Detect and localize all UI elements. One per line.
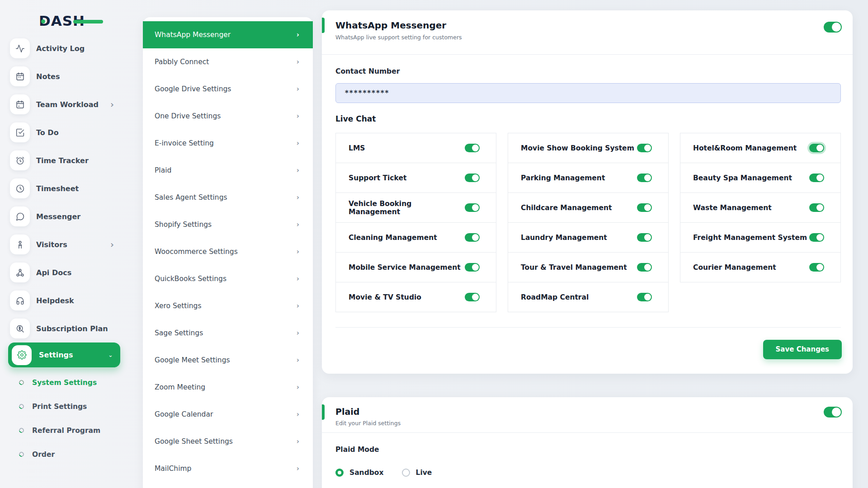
- sidebar-item-notes[interactable]: Notes: [0, 62, 131, 90]
- plaid-card-body: Plaid Mode Sandbox Live: [322, 433, 853, 477]
- save-changes-button[interactable]: Save Changes: [763, 340, 842, 359]
- settings-icon: [12, 345, 32, 365]
- menu-item-google-sheet-settings[interactable]: Google Sheet Settings ›: [143, 428, 313, 455]
- sidebar-item-team-workload[interactable]: Team Workload ›: [0, 90, 131, 118]
- sidebar-item-label: Subscription Plan: [36, 324, 108, 333]
- sidebar-item-to-do[interactable]: To Do: [0, 118, 131, 146]
- sidebar-subitem-system-settings[interactable]: System Settings: [0, 371, 131, 394]
- sidebar-subitem-referral-program[interactable]: Referral Program: [0, 418, 131, 442]
- module-cell-hotel-room: Hotel&Room Management: [680, 133, 841, 163]
- menu-item-google-calendar[interactable]: Google Calendar ›: [143, 401, 313, 428]
- menu-item-google-meet-settings[interactable]: Google Meet Settings ›: [143, 347, 313, 374]
- module-label: RoadMap Central: [521, 293, 589, 301]
- contact-number-input[interactable]: [335, 83, 841, 103]
- sidebar-subitem-print-settings[interactable]: Print Settings: [0, 394, 131, 418]
- menu-item-sage-settings[interactable]: Sage Settings ›: [143, 319, 313, 347]
- menu-item-quickbooks-settings[interactable]: QuickBooks Settings ›: [143, 265, 313, 292]
- plaid-enabled-toggle[interactable]: [824, 407, 842, 418]
- mobile-service-toggle[interactable]: [465, 263, 480, 272]
- sidebar-item-settings[interactable]: Settings ⌄: [8, 343, 120, 367]
- menu-item-mailchimp[interactable]: MailChimp ›: [143, 455, 313, 482]
- sidebar-item-visitors[interactable]: Visitors ›: [0, 230, 131, 258]
- module-label: Freight Management System: [693, 234, 807, 242]
- beauty-spa-toggle[interactable]: [809, 174, 824, 182]
- module-cell-movie-show-booking: Movie Show Booking System: [508, 133, 669, 163]
- live-radio[interactable]: [402, 469, 410, 477]
- chevron-right-icon: ›: [297, 221, 299, 229]
- childcare-toggle[interactable]: [637, 203, 652, 212]
- sidebar-item-activity-log[interactable]: Activity Log: [0, 34, 131, 62]
- movie-tv-studio-toggle[interactable]: [465, 293, 480, 301]
- menu-item-label: One Drive Settings: [155, 112, 221, 120]
- menu-item-google-drive-settings[interactable]: Google Drive Settings ›: [143, 75, 313, 103]
- subitem-label: Order: [32, 450, 55, 459]
- parking-toggle[interactable]: [637, 174, 652, 182]
- whatsapp-enabled-toggle[interactable]: [824, 22, 842, 33]
- menu-item-zoom-meeting[interactable]: Zoom Meeting ›: [143, 374, 313, 401]
- movie-show-booking-toggle[interactable]: [637, 144, 652, 152]
- whatsapp-card-body: Contact Number Live Chat LMS Support Tic…: [322, 55, 853, 328]
- subitem-label: Print Settings: [32, 403, 87, 411]
- module-label: LMS: [349, 144, 365, 152]
- module-label: Hotel&Room Management: [693, 144, 797, 152]
- todo-icon: [10, 122, 30, 142]
- module-cell-waste: Waste Management: [680, 192, 841, 223]
- chevron-right-icon: ›: [297, 465, 299, 473]
- module-cell-parking: Parking Management: [508, 163, 669, 193]
- settings-subnav: System Settings Print Settings Referral …: [0, 371, 131, 466]
- chevron-right-icon: ›: [110, 100, 114, 109]
- subitem-label: Referral Program: [32, 427, 100, 435]
- vehicle-booking-toggle[interactable]: [465, 203, 480, 212]
- whatsapp-messenger-card: WhatsApp Messenger WhatsApp live support…: [322, 10, 853, 374]
- menu-item-label: WhatsApp Messenger: [155, 31, 231, 39]
- module-label: Vehicle Booking Management: [349, 200, 465, 216]
- menu-item-whatsapp-messenger[interactable]: WhatsApp Messenger ›: [143, 21, 313, 48]
- menu-item-label: Zoom Meeting: [155, 383, 205, 391]
- waste-toggle[interactable]: [809, 203, 824, 212]
- menu-item-label: Sales Agent Settings: [155, 193, 227, 202]
- sidebar-item-messenger[interactable]: Messenger: [0, 202, 131, 230]
- menu-item-label: E-invoice Setting: [155, 139, 214, 147]
- menu-item-e-invoice-setting[interactable]: E-invoice Setting ›: [143, 130, 313, 157]
- logo-dash-icon: [73, 20, 103, 23]
- menu-item-pabbly-connect[interactable]: Pabbly Connect ›: [143, 48, 313, 75]
- sidebar-item-helpdesk[interactable]: Helpdesk: [0, 286, 131, 314]
- courier-toggle[interactable]: [809, 263, 824, 272]
- lms-toggle[interactable]: [465, 144, 480, 152]
- main-content: WhatsApp Messenger WhatsApp live support…: [322, 10, 853, 488]
- subitem-label: System Settings: [32, 379, 97, 387]
- tour-travel-toggle[interactable]: [637, 263, 652, 272]
- menu-item-label: Plaid: [155, 166, 171, 174]
- support-ticket-toggle[interactable]: [465, 174, 480, 182]
- menu-item-one-drive-settings[interactable]: One Drive Settings ›: [143, 103, 313, 130]
- live-chat-column-2: Movie Show Booking System Parking Manage…: [508, 133, 669, 312]
- visitors-icon: [10, 235, 30, 254]
- menu-item-plaid[interactable]: Plaid ›: [143, 157, 313, 184]
- sandbox-radio-label[interactable]: Sandbox: [349, 469, 384, 477]
- sidebar-item-label: Activity Log: [36, 44, 85, 53]
- roadmap-central-toggle[interactable]: [637, 293, 652, 301]
- menu-item-woocommerce-settings[interactable]: Woocommerce Settings ›: [143, 238, 313, 265]
- hotel-room-toggle[interactable]: [809, 144, 824, 152]
- sidebar-item-subscription-plan[interactable]: Subscription Plan: [0, 314, 131, 343]
- sandbox-radio[interactable]: [335, 469, 344, 477]
- plaid-card-subtitle: Edit your Plaid settings: [335, 420, 401, 427]
- module-label: Childcare Management: [521, 204, 612, 212]
- laundry-toggle[interactable]: [637, 233, 652, 242]
- chevron-right-icon: ›: [297, 275, 299, 283]
- sidebar-item-api-docs[interactable]: Api Docs: [0, 258, 131, 286]
- menu-item-xero-settings[interactable]: Xero Settings ›: [143, 292, 313, 319]
- sidebar-subitem-order[interactable]: Order: [0, 442, 131, 466]
- menu-item-sales-agent-settings[interactable]: Sales Agent Settings ›: [143, 184, 313, 211]
- module-label: Movie & TV Studio: [349, 293, 421, 301]
- sidebar-item-time-tracker[interactable]: Time Tracker: [0, 146, 131, 174]
- menu-item-shopify-settings[interactable]: Shopify Settings ›: [143, 211, 313, 238]
- cleaning-toggle[interactable]: [465, 233, 480, 242]
- module-label: Laundry Management: [521, 234, 607, 242]
- sidebar-item-timesheet[interactable]: Timesheet: [0, 174, 131, 202]
- live-radio-label[interactable]: Live: [416, 469, 432, 477]
- freight-toggle[interactable]: [809, 233, 824, 242]
- timesheet-icon: [10, 178, 30, 198]
- plaid-mode-label: Plaid Mode: [335, 446, 841, 454]
- chevron-right-icon: ›: [297, 58, 299, 66]
